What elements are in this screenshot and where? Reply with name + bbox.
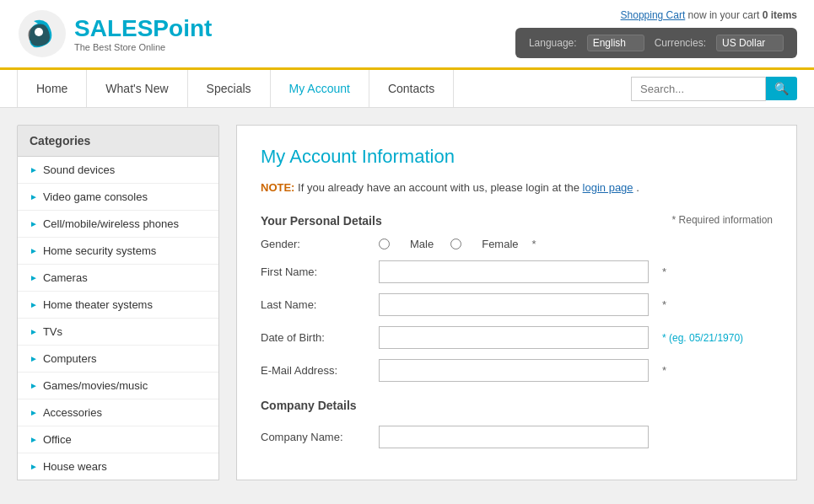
svg-point-1 xyxy=(35,28,43,36)
dob-hint: * (eg. 05/21/1970) xyxy=(662,332,743,344)
logo-icon xyxy=(17,8,67,59)
gender-radio-group: Male Female xyxy=(379,238,519,250)
company-name-field xyxy=(379,426,773,448)
note-label: NOTE: xyxy=(261,181,294,194)
sidebar-item-games-movies[interactable]: ► Games/movies/music xyxy=(18,373,218,399)
bullet-icon: ► xyxy=(30,408,38,417)
bullet-icon: ► xyxy=(30,354,38,363)
bullet-icon: ► xyxy=(30,219,38,228)
lastname-required-star: * xyxy=(662,298,666,311)
bullet-icon: ► xyxy=(30,327,38,336)
cart-link[interactable]: Shopping Cart xyxy=(621,9,686,21)
gender-male-radio[interactable] xyxy=(379,239,390,249)
company-section-title: Company Details xyxy=(261,399,773,412)
currency-select[interactable]: US Dollar xyxy=(716,35,784,51)
company-name-label: Company Name: xyxy=(261,431,379,443)
company-name-input[interactable] xyxy=(379,426,649,448)
login-page-link[interactable]: login page xyxy=(583,181,633,194)
sidebar-item-computers[interactable]: ► Computers xyxy=(18,346,218,373)
note-text: If you already have an account with us, … xyxy=(298,181,583,194)
firstname-field: * xyxy=(379,260,773,283)
sidebar-item-home-security[interactable]: ► Home security systems xyxy=(18,238,218,265)
firstname-required-star: * xyxy=(662,265,666,278)
nav-whats-new[interactable]: What's New xyxy=(87,70,187,107)
bullet-icon: ► xyxy=(30,165,38,174)
firstname-row: First Name: * xyxy=(261,260,773,283)
language-select[interactable]: English xyxy=(587,35,644,51)
dob-input[interactable] xyxy=(379,326,649,349)
nav-contacts[interactable]: Contacts xyxy=(369,70,454,107)
sidebar: Categories ► Sound devices ► Video game … xyxy=(17,125,219,480)
gender-female-label: Female xyxy=(482,238,518,250)
tagline: The Best Store Online xyxy=(74,42,212,52)
page-title: My Account Information xyxy=(261,146,773,168)
note-box: NOTE: If you already have an account wit… xyxy=(261,181,773,194)
email-required-star: * xyxy=(662,364,666,377)
logo-text: SALESPoint The Best Store Online xyxy=(74,15,212,52)
dob-label: Date of Birth: xyxy=(261,331,379,344)
bullet-icon: ► xyxy=(30,300,38,309)
email-field: * xyxy=(379,359,773,382)
brand-name: SALESPoint xyxy=(74,15,212,42)
language-label: Language: xyxy=(529,37,577,49)
sidebar-item-tvs[interactable]: ► TVs xyxy=(18,319,218,346)
lastname-field: * xyxy=(379,293,773,316)
gender-male-label: Male xyxy=(410,238,434,250)
main-content: Categories ► Sound devices ► Video game … xyxy=(0,108,814,497)
note-end: . xyxy=(636,181,639,194)
dob-field: * (eg. 05/21/1970) xyxy=(379,326,773,349)
sidebar-item-home-theater[interactable]: ► Home theater systems xyxy=(18,292,218,319)
firstname-label: First Name: xyxy=(261,265,379,278)
nav-specials[interactable]: Specials xyxy=(188,70,271,107)
search-button[interactable]: 🔍 xyxy=(766,77,797,100)
sidebar-item-office[interactable]: ► Office xyxy=(18,426,218,453)
email-input[interactable] xyxy=(379,359,649,382)
gender-label: Gender: xyxy=(261,238,379,250)
sidebar-item-sound-devices[interactable]: ► Sound devices xyxy=(18,157,218,184)
bullet-icon: ► xyxy=(30,192,38,201)
nav-my-account[interactable]: My Account xyxy=(271,70,369,107)
header-right: Shopping Cart now in your cart 0 items L… xyxy=(515,9,797,58)
cart-count: 0 items xyxy=(763,9,797,21)
gender-row: Gender: Male Female * xyxy=(261,238,773,250)
search-input[interactable] xyxy=(631,77,766,101)
lastname-row: Last Name: * xyxy=(261,293,773,316)
nav-home[interactable]: Home xyxy=(17,70,87,107)
logo-area: SALESPoint The Best Store Online xyxy=(17,8,212,59)
dob-row: Date of Birth: * (eg. 05/21/1970) xyxy=(261,326,773,349)
sidebar-item-house-wears[interactable]: ► House wears xyxy=(18,453,218,480)
bullet-icon: ► xyxy=(30,462,38,471)
bullet-icon: ► xyxy=(30,435,38,444)
nav-bar: Home What's New Specials My Account Cont… xyxy=(0,70,814,108)
lastname-label: Last Name: xyxy=(261,298,379,311)
content-panel: My Account Information NOTE: If you alre… xyxy=(236,125,797,480)
company-name-row: Company Name: xyxy=(261,426,773,448)
email-label: E-Mail Address: xyxy=(261,364,379,377)
bullet-icon: ► xyxy=(30,273,38,282)
gender-female-radio[interactable] xyxy=(450,239,461,249)
bullet-icon: ► xyxy=(30,381,38,390)
sidebar-item-accessories[interactable]: ► Accessories xyxy=(18,399,218,426)
firstname-input[interactable] xyxy=(379,260,649,283)
header: SALESPoint The Best Store Online Shoppin… xyxy=(0,0,814,70)
personal-section-title: Your Personal Details xyxy=(261,214,382,228)
sidebar-title: Categories xyxy=(17,125,219,157)
bullet-icon: ► xyxy=(30,246,38,255)
required-note: * Required information xyxy=(672,214,773,226)
gender-field: Male Female * xyxy=(379,238,773,250)
currency-label: Currencies: xyxy=(655,37,706,49)
sidebar-item-video-game[interactable]: ► Video game consoles xyxy=(18,184,218,211)
lang-currency-bar: Language: English Currencies: US Dollar xyxy=(515,28,797,58)
gender-required-star: * xyxy=(532,238,536,250)
email-row: E-Mail Address: * xyxy=(261,359,773,382)
language-select-wrapper: English xyxy=(587,35,644,51)
lastname-input[interactable] xyxy=(379,293,649,316)
currency-select-wrapper: US Dollar xyxy=(716,35,784,51)
nav-search: 🔍 xyxy=(631,77,797,101)
cart-info: Shopping Cart now in your cart 0 items xyxy=(621,9,797,21)
sidebar-item-cell-phones[interactable]: ► Cell/mobile/wireless phones xyxy=(18,211,218,238)
sidebar-list: ► Sound devices ► Video game consoles ► … xyxy=(17,157,219,480)
sidebar-item-cameras[interactable]: ► Cameras xyxy=(18,265,218,292)
